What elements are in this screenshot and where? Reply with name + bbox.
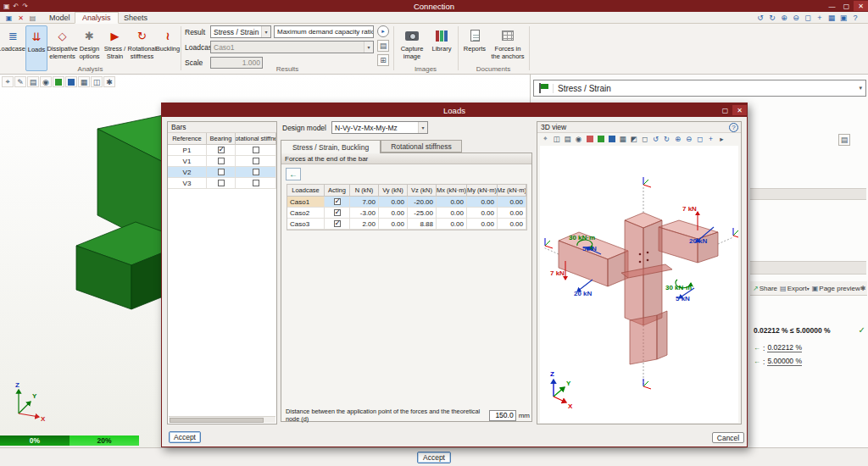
dialog-3d-scene[interactable]: Z Y X 7 kN 20 kN 30 kN·m 5 kN 7 kN 20 kN… bbox=[540, 146, 738, 423]
rotational-checkbox[interactable] bbox=[253, 180, 259, 186]
shading-icon[interactable]: ◩ bbox=[628, 133, 639, 144]
pan-icon[interactable]: + bbox=[705, 133, 716, 144]
dialog-maximize-button[interactable]: ▢ bbox=[718, 105, 732, 115]
ribbon-library[interactable]: Library bbox=[429, 25, 454, 71]
back-button[interactable]: ← bbox=[286, 168, 301, 180]
dialog-cancel-button[interactable]: Cancel bbox=[712, 432, 744, 443]
ribbon-stress-strain[interactable]: ▶ Stress / Strain bbox=[103, 25, 127, 71]
print-icon[interactable]: ▤ bbox=[562, 133, 573, 144]
dissipative-elements-icon: ◇ bbox=[58, 27, 67, 44]
loads-dialog: Loads ▢ ✕ Bars Reference Bearing Rotatio… bbox=[161, 103, 748, 447]
forces-row[interactable]: Caso3 2.00 0.00 8.88 0.00 0.00 0.00 bbox=[287, 219, 526, 230]
dialog-close-button[interactable]: ✕ bbox=[732, 105, 747, 115]
acting-checkbox[interactable] bbox=[334, 209, 341, 216]
loadcase-combo[interactable]: Caso1 ▾ bbox=[210, 41, 374, 53]
tab-sheets[interactable]: Sheets bbox=[117, 12, 154, 24]
rotate-right-icon[interactable]: ↻ bbox=[766, 12, 778, 23]
ribbon-loadcases[interactable]: ≣ Loadcases bbox=[2, 25, 25, 71]
bearing-checkbox[interactable] bbox=[218, 169, 225, 175]
bars-horizontal-scrollbar[interactable] bbox=[169, 416, 275, 423]
capture-icon[interactable]: ◉ bbox=[573, 133, 584, 144]
ribbon-design-options[interactable]: ✱ Design options bbox=[77, 25, 102, 71]
zoom-in-icon[interactable]: ⊕ bbox=[778, 12, 790, 23]
rotational-checkbox[interactable] bbox=[253, 147, 259, 153]
main-accept-button[interactable]: Accept bbox=[417, 452, 451, 463]
help-icon[interactable]: ? bbox=[849, 12, 861, 23]
pan-icon[interactable]: + bbox=[814, 12, 826, 23]
rotate-left-icon[interactable]: ↺ bbox=[754, 12, 766, 23]
demand-ratio-combo[interactable]: Maximum demand capacity ratio ▾ bbox=[274, 25, 374, 38]
distance-input[interactable] bbox=[489, 410, 516, 421]
forces-row[interactable]: Caso2 -3.00 0.00 -25.00 0.00 0.00 0.00 bbox=[287, 208, 526, 219]
design-model-combo[interactable]: N-Vy-Vz-Mx-My-Mz ▾ bbox=[331, 121, 428, 134]
result-combo[interactable]: Stress / Strain ▾ bbox=[210, 25, 271, 38]
bearing-checkbox[interactable] bbox=[218, 180, 225, 186]
zoom-out-icon[interactable]: ⊖ bbox=[683, 133, 694, 144]
ribbon-separator bbox=[393, 26, 394, 70]
ribbon-forces-anchors[interactable]: Forces in the anchors bbox=[490, 25, 526, 71]
gear-icon[interactable]: ✱ bbox=[860, 285, 866, 292]
bars-row-selected[interactable]: V2 bbox=[168, 167, 276, 178]
perspective-icon[interactable]: ◫ bbox=[551, 133, 562, 144]
zoom-out-icon[interactable]: ⊖ bbox=[790, 12, 802, 23]
axes-icon[interactable]: ⌖ bbox=[2, 76, 14, 87]
result-table-button[interactable]: ▤ bbox=[377, 40, 389, 52]
save-file-icon[interactable]: ▣ bbox=[3, 13, 14, 23]
ribbon-rotational-stiffness[interactable]: ↻ Rotational stiffness bbox=[128, 25, 156, 71]
dialog-accept-button[interactable]: Accept bbox=[169, 431, 201, 443]
tab-analysis[interactable]: Analysis bbox=[75, 12, 119, 24]
bearing-checkbox[interactable] bbox=[218, 147, 225, 153]
tab-rotational-stiffness[interactable]: Rotational stiffness bbox=[381, 140, 462, 153]
wireframe-icon[interactable]: ◻ bbox=[639, 133, 650, 144]
views-icon[interactable]: ▦ bbox=[826, 12, 837, 23]
force-label: 7 kN bbox=[682, 205, 697, 213]
zoom-window-icon[interactable]: ◻ bbox=[694, 133, 705, 144]
rotational-checkbox[interactable] bbox=[253, 169, 259, 175]
result-grid-button[interactable]: ⊞ bbox=[377, 54, 389, 66]
zoom-in-icon[interactable]: ⊕ bbox=[672, 133, 683, 144]
green-palette-icon[interactable] bbox=[595, 133, 606, 144]
bars-row[interactable]: V3 bbox=[168, 178, 276, 189]
maximize-button[interactable]: ▢ bbox=[839, 1, 854, 11]
tab-stress-strain-buckling[interactable]: Stress / Strain, Buckling bbox=[281, 140, 381, 153]
help-icon[interactable]: ? bbox=[729, 123, 738, 132]
share-button[interactable]: Share bbox=[760, 285, 777, 292]
dialog-3d-view-panel: 3D view ? ⌖ ◫ ▤ ◉ ▦ ◩ ◻ ↺ ↻ ⊕ ⊖ bbox=[537, 121, 742, 424]
ribbon-reports[interactable]: Reports bbox=[461, 25, 488, 71]
close-button[interactable]: ✕ bbox=[854, 1, 868, 11]
ribbon-loads[interactable]: ⇊ Loads bbox=[25, 25, 47, 71]
svg-text:Z: Z bbox=[550, 370, 554, 378]
acting-checkbox[interactable] bbox=[334, 198, 341, 205]
bars-row[interactable]: V1 bbox=[168, 156, 276, 167]
viewport-axis-triad: Z Y X bbox=[8, 380, 47, 422]
forces-row-selected[interactable]: Caso1 7.00 0.00 -20.00 0.00 0.00 0.00 bbox=[287, 197, 526, 208]
red-palette-icon[interactable] bbox=[584, 133, 595, 144]
panel-menu-icon[interactable]: ▤ bbox=[838, 134, 850, 146]
axes-icon[interactable]: ⌖ bbox=[540, 133, 551, 144]
acting-checkbox[interactable] bbox=[334, 220, 341, 227]
zoom-extents-icon[interactable]: ◻ bbox=[802, 12, 814, 23]
more-tools-icon[interactable]: ▸ bbox=[716, 133, 727, 144]
blue-palette-icon[interactable] bbox=[606, 133, 617, 144]
export-button[interactable]: Export bbox=[787, 285, 807, 292]
measure-icon[interactable]: ✎ bbox=[14, 76, 26, 87]
bars-row[interactable]: P1 bbox=[168, 145, 276, 156]
ribbon-buckling[interactable]: ≀ Buckling bbox=[157, 25, 179, 71]
minimize-button[interactable]: — bbox=[825, 1, 839, 11]
rotate-right-icon[interactable]: ↻ bbox=[661, 133, 672, 144]
screenshot-icon[interactable]: ▣ bbox=[837, 12, 849, 23]
bearing-checkbox[interactable] bbox=[218, 158, 225, 164]
print-icon[interactable]: ▤ bbox=[27, 76, 39, 87]
rotational-checkbox[interactable] bbox=[253, 158, 259, 164]
grid-icon[interactable]: ▦ bbox=[617, 133, 628, 144]
print-file-icon[interactable]: ▤ bbox=[27, 13, 38, 23]
tab-model[interactable]: Model bbox=[42, 12, 77, 24]
result-type-selector[interactable]: Stress / Strain ▾ bbox=[533, 80, 866, 97]
ribbon-separator bbox=[181, 26, 181, 70]
rotate-left-icon[interactable]: ↺ bbox=[650, 133, 661, 144]
page-preview-button[interactable]: Page preview bbox=[819, 285, 860, 292]
animate-result-button[interactable]: ▸ bbox=[377, 25, 389, 37]
close-file-icon[interactable]: ✕ bbox=[15, 13, 26, 23]
ribbon-capture-image[interactable]: Capture image bbox=[397, 25, 427, 71]
ribbon-dissipative-elements[interactable]: ◇ Dissipative elements bbox=[48, 25, 76, 71]
